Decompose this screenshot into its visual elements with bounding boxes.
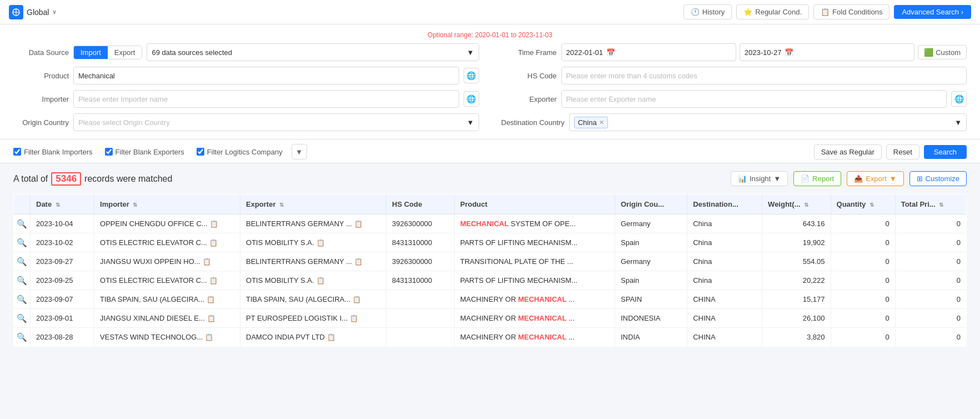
exporter-copy-btn[interactable]: 📋 — [354, 258, 363, 266]
exporter-copy-btn[interactable]: 📋 — [316, 239, 325, 247]
exporter-translate-btn[interactable]: 🌐 — [951, 91, 967, 107]
customize-button[interactable]: ⊞ Customize — [909, 171, 967, 186]
import-tab[interactable]: Import — [74, 46, 108, 59]
product-highlight: MECHANICAL — [518, 295, 566, 303]
cell-date: 2023-09-27 — [31, 252, 94, 271]
cell-exporter: OTIS MOBILITY S.A.📋 — [240, 233, 386, 252]
cell-product: MACHINERY OR MECHANICAL ... — [454, 309, 615, 328]
exporter-copy-btn[interactable]: 📋 — [316, 277, 325, 285]
importer-copy-btn[interactable]: 📋 — [209, 277, 218, 285]
th-importer: Importer ⇅ — [94, 194, 240, 215]
exporter-copy-btn[interactable]: 📋 — [327, 333, 335, 341]
importer-copy-btn[interactable]: 📋 — [207, 296, 215, 303]
fold-icon: 📋 — [821, 8, 830, 16]
tab-group: Import Export — [73, 46, 142, 59]
product-row: Product 🌐 — [13, 67, 479, 84]
exporter-copy-btn[interactable]: 📋 — [354, 220, 363, 228]
history-button[interactable]: 🕐 History — [684, 4, 732, 19]
importer-input[interactable] — [73, 90, 459, 108]
cell-importer: OPPEIN CHENGDU OFFICE C...📋 — [94, 215, 240, 233]
destination-country-arrow: ▼ — [954, 118, 962, 127]
importer-row: Importer 🌐 — [13, 90, 479, 108]
product-input[interactable] — [73, 67, 459, 84]
search-button[interactable]: Search — [924, 145, 967, 159]
export-button[interactable]: 📤 Export ▼ — [847, 171, 903, 186]
cell-total-price: 0 — [895, 233, 966, 252]
origin-country-row: Origin Country Please select Origin Coun… — [13, 113, 479, 131]
filter-blank-importers-checkbox[interactable] — [13, 148, 21, 156]
table-row: 🔍2023-09-07TIBA SPAIN, SAU (ALGECIRA...📋… — [14, 290, 967, 309]
table-row: 🔍2023-09-27JIANGSU WUXI OPPEIN HO...📋BEL… — [14, 252, 967, 271]
row-search-cell: 🔍 — [14, 271, 31, 290]
advanced-search-button[interactable]: Advanced Search › — [894, 5, 971, 19]
importer-copy-btn[interactable]: 📋 — [205, 333, 213, 341]
export-dropdown-arrow: ▼ — [889, 174, 897, 183]
destination-tag-close[interactable]: ✕ — [599, 119, 604, 126]
export-tab[interactable]: Export — [108, 46, 142, 59]
product-highlight: MECHANICAL — [460, 220, 509, 228]
cell-origin-country: Germany — [615, 215, 687, 233]
row-search-button[interactable]: 🔍 — [17, 313, 27, 323]
row-search-button[interactable]: 🔍 — [17, 276, 27, 286]
exporter-input[interactable] — [561, 90, 947, 108]
filter-logistics-company-label[interactable]: Filter Logitics Company — [197, 148, 283, 156]
cell-weight: 554.05 — [762, 252, 831, 271]
save-regular-button[interactable]: Save as Regular — [814, 144, 882, 159]
destination-country-select[interactable]: China ✕ ▼ — [569, 113, 967, 131]
insight-button[interactable]: 📊 Insight ▼ — [731, 171, 788, 186]
global-dropdown-arrow[interactable]: ∨ — [52, 8, 57, 16]
cell-weight: 643.16 — [762, 215, 831, 233]
fold-conditions-button[interactable]: 📋 Fold Conditions — [813, 4, 889, 19]
row-search-button[interactable]: 🔍 — [17, 295, 27, 305]
filter-blank-exporters-checkbox[interactable] — [105, 148, 113, 156]
calendar-icon-end: 📅 — [785, 48, 793, 57]
importer-copy-btn[interactable]: 📋 — [207, 315, 215, 322]
row-search-button[interactable]: 🔍 — [17, 332, 27, 342]
cell-date: 2023-09-07 — [31, 290, 94, 309]
cell-hs-code: 3926300000 — [386, 252, 455, 271]
importer-copy-btn[interactable]: 📋 — [203, 258, 211, 266]
row-search-button[interactable]: 🔍 — [17, 257, 27, 267]
cell-quantity: 0 — [831, 252, 895, 271]
cell-importer: JIANGSU XINLAND DIESEL E...📋 — [94, 309, 240, 328]
expand-filters-button[interactable]: ▼ — [292, 144, 307, 159]
product-translate-btn[interactable]: 🌐 — [464, 68, 479, 83]
row-search-button[interactable]: 🔍 — [17, 238, 27, 248]
table-row: 🔍2023-10-02OTIS ELECTRIC ELEVATOR C...📋O… — [14, 233, 967, 252]
timeframe-start-input[interactable]: 2022-01-01 📅 — [561, 43, 736, 61]
table-row: 🔍2023-09-25OTIS ELECTRIC ELEVATOR C...📋O… — [14, 271, 967, 290]
cell-product: MECHANICAL SYSTEM OF OPE... — [454, 215, 615, 233]
origin-country-select[interactable]: Please select Origin Country ▼ — [73, 113, 479, 131]
filter-blank-importers-label[interactable]: Filter Blank Importers — [13, 148, 93, 156]
th-destination: Destination... — [687, 194, 762, 215]
cell-destination: CHINA — [687, 328, 762, 347]
importer-copy-btn[interactable]: 📋 — [209, 239, 218, 247]
exporter-copy-btn[interactable]: 📋 — [350, 315, 358, 322]
filter-logistics-company-checkbox[interactable] — [197, 148, 204, 156]
exporter-copy-btn[interactable]: 📋 — [353, 296, 361, 303]
row-search-button[interactable]: 🔍 — [17, 219, 27, 229]
importer-translate-btn[interactable]: 🌐 — [464, 91, 479, 107]
regular-cond-button[interactable]: ⭐ Regular Cond. — [736, 4, 809, 19]
report-button[interactable]: 📄 Report — [793, 171, 841, 186]
results-header: A total of 5346 records were matched 📊 I… — [13, 171, 967, 186]
row-search-cell: 🔍 — [14, 252, 31, 271]
cell-hs-code — [386, 290, 455, 309]
cell-product: PARTS OF LIFTING MECHANISM... — [454, 271, 615, 290]
custom-button[interactable]: 🟩 Custom — [918, 45, 967, 59]
cell-quantity: 0 — [831, 328, 895, 347]
filter-blank-exporters-label[interactable]: Filter Blank Exporters — [105, 148, 184, 156]
th-weight: Weight(... ⇅ — [762, 194, 831, 215]
cell-total-price: 0 — [895, 215, 966, 233]
reset-button[interactable]: Reset — [886, 144, 919, 159]
datasource-select[interactable]: 69 data sources selected ▼ — [147, 43, 479, 61]
timeframe-end-input[interactable]: 2023-10-27 📅 — [740, 43, 914, 61]
global-icon — [9, 5, 23, 19]
exporter-label: Exporter — [501, 95, 557, 103]
cell-origin-country: INDIA — [615, 328, 687, 347]
importer-copy-btn[interactable]: 📋 — [210, 220, 218, 228]
cell-quantity: 0 — [831, 309, 895, 328]
hs-code-input[interactable] — [561, 67, 967, 84]
results-title-prefix: A total of — [13, 174, 48, 184]
insight-dropdown-arrow: ▼ — [773, 174, 781, 183]
